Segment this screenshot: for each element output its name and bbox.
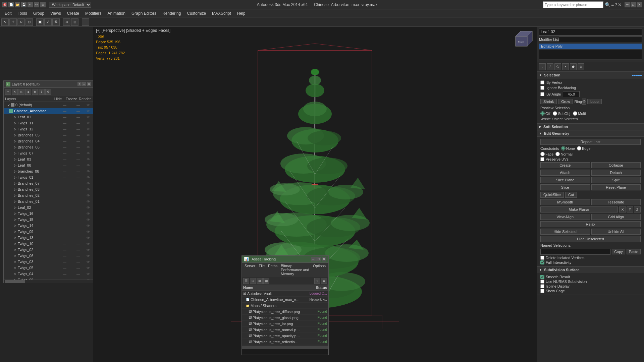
at-row-maps[interactable]: 📁 Maps / Shaders <box>242 303 328 309</box>
menu-customize[interactable]: Customize <box>184 10 209 16</box>
list-item[interactable]: Chinese_Arborvitae — — 👁 <box>4 108 93 114</box>
list-item[interactable]: ▷ Branches_02 ——👁 <box>4 192 93 198</box>
close-button[interactable]: ✕ <box>637 2 642 7</box>
list-item[interactable]: ▷ Leaf_03 ——👁 <box>4 156 93 162</box>
at-thumb-view[interactable]: ⊞ <box>257 278 263 284</box>
tessellate-button[interactable]: Tessellate <box>591 199 641 205</box>
menu-views[interactable]: Views <box>48 10 64 16</box>
list-item[interactable]: ▷ Branches_04 ——👁 <box>4 138 93 144</box>
view-align-button[interactable]: View Align <box>540 214 590 220</box>
search-options-icon[interactable]: ≡ <box>611 2 614 7</box>
msmooth-button[interactable]: MSmooth <box>540 199 590 205</box>
at-row-normal[interactable]: 🖼 Platycladus_tree_normal.png Found <box>242 327 328 333</box>
at-row-maxfile[interactable]: 📄 Chinese_Arborvitae_max_vray.max Networ… <box>242 297 328 303</box>
by-vertex-checkbox[interactable] <box>540 80 544 84</box>
tb-angle-snap[interactable]: ∠ <box>44 18 52 26</box>
at-menu-server[interactable]: Server <box>243 263 257 276</box>
toolbar-icon-new[interactable]: 📄 <box>8 2 14 7</box>
list-item[interactable]: ▷ Twigs_12 ——👁 <box>4 126 93 132</box>
list-item[interactable]: ▷ Leaf_08 ——👁 <box>4 162 93 168</box>
layer-current[interactable]: ★ <box>32 89 38 95</box>
grow-button[interactable]: Grow <box>558 99 573 104</box>
menu-create[interactable]: Create <box>64 10 82 16</box>
layer-dialog-question[interactable]: ? <box>77 82 82 86</box>
use-nurms-checkbox[interactable] <box>540 280 544 284</box>
object-name-input[interactable] <box>539 28 642 36</box>
tb-move[interactable]: ✛ <box>9 18 17 26</box>
list-item[interactable]: ▷ Twigs_15 ——👁 <box>4 217 93 223</box>
list-item[interactable]: ▷ Twigs_06 ——👁 <box>4 253 93 259</box>
vertex-mode-button[interactable]: ⬩ <box>539 63 546 70</box>
list-item[interactable]: ▷ Twigs_07 ——👁 <box>4 150 93 156</box>
slice-button[interactable]: Slice <box>540 184 590 190</box>
edit-geometry-header[interactable]: ▼ Edit Geometry <box>537 130 644 137</box>
smooth-result-checkbox[interactable] <box>540 275 544 279</box>
list-item[interactable]: ▷ Twigs_01 ——👁 <box>4 174 93 180</box>
at-row-opacity[interactable]: 🖼 Platycladus_tree_opacity.png Found <box>242 333 328 339</box>
menu-group[interactable]: Group <box>31 10 47 16</box>
tb-scale[interactable]: ⊡ <box>25 18 33 26</box>
toolbar-icon-redo[interactable]: ↪ <box>34 2 39 7</box>
at-menu-bitmap[interactable]: Bitmap Performance and Memory <box>279 263 311 276</box>
relax-button[interactable]: Relax <box>540 221 641 227</box>
at-row-vault[interactable]: 🏛 Autodesk Vault Logged O... <box>242 291 328 297</box>
by-angle-checkbox[interactable] <box>540 92 544 96</box>
create-button[interactable]: Create <box>540 162 590 168</box>
menu-animation[interactable]: Animation <box>105 10 128 16</box>
layer-merge[interactable]: ⇓ <box>39 89 45 95</box>
repeat-last-button[interactable]: Repeat Last <box>540 139 641 145</box>
list-item[interactable]: ▷ Twigs_16 ——👁 <box>4 210 93 217</box>
search-icon[interactable]: 🔍 <box>605 2 610 7</box>
list-item[interactable]: ▷ Branches_07 ——👁 <box>4 180 93 186</box>
tb-snap[interactable]: 🔲 <box>36 18 44 26</box>
at-menu-options[interactable]: Options <box>312 263 327 276</box>
loop-button[interactable]: Loop <box>587 99 601 104</box>
toolbar-icon-open[interactable]: 📂 <box>15 2 20 7</box>
quickslice-button[interactable]: QuickSlice <box>540 192 564 198</box>
menu-tools[interactable]: Tools <box>15 10 30 16</box>
list-item[interactable]: ▷ Leaf_01 — — 👁 <box>4 114 93 120</box>
minimize-button[interactable]: ─ <box>625 2 630 7</box>
element-mode-button[interactable]: ⬟ <box>570 63 577 70</box>
hide-selected-button[interactable]: Hide Selected <box>540 229 590 235</box>
by-angle-input[interactable] <box>563 91 580 97</box>
selection-section-header[interactable]: ▼ Selection ●●●●● <box>537 72 644 78</box>
list-item[interactable]: ▷ Twigs_11 — — 👁 <box>4 120 93 126</box>
face-radio[interactable] <box>540 152 545 156</box>
off-radio[interactable] <box>540 111 545 116</box>
list-item[interactable]: ▷ Twigs_14 ——👁 <box>4 223 93 229</box>
ring-up-arrow[interactable]: ▲ <box>582 99 586 102</box>
list-item[interactable]: ▷ Branches_01 ——👁 <box>4 198 93 204</box>
collapse-button[interactable]: Collapse <box>591 162 641 168</box>
hide-unselected-button[interactable]: Hide Unselected <box>540 236 641 242</box>
list-item[interactable]: ✓ 0 (default) — — 👁 <box>4 102 93 108</box>
x-axis-button[interactable]: X <box>619 206 626 213</box>
list-item[interactable]: ▷ Branches_05 ——👁 <box>4 132 93 138</box>
menu-help[interactable]: Help <box>234 10 248 16</box>
search-extra-icon[interactable]: ✕ <box>618 2 622 7</box>
workspace-selector[interactable]: Workspace: Default <box>49 2 91 8</box>
list-item[interactable]: ▷ Twigs_05 ——👁 <box>4 265 93 271</box>
at-help[interactable]: ? <box>314 278 320 284</box>
menu-graph-editors[interactable]: Graph Editors <box>129 10 159 16</box>
show-cage-checkbox[interactable] <box>540 289 544 293</box>
at-detail-view[interactable]: ⊟ <box>250 278 256 284</box>
list-item[interactable]: ▷ branches_08 ——👁 <box>4 168 93 174</box>
modifier-stack-item-editable-poly[interactable]: Editable Poly <box>539 44 642 49</box>
tb-select[interactable]: ↖ <box>1 18 9 26</box>
asset-tracking-path-input[interactable] <box>242 349 328 355</box>
menu-rendering[interactable]: Rendering <box>160 10 183 16</box>
tb-rotate[interactable]: ↻ <box>17 18 25 26</box>
polygon-mode-button[interactable]: ▪ <box>562 63 569 70</box>
z-axis-button[interactable]: Z <box>634 206 641 213</box>
tb-mirror[interactable]: ⇔ <box>63 18 70 26</box>
at-menu-paths[interactable]: Paths <box>267 263 279 276</box>
layer-new[interactable]: + <box>5 89 11 95</box>
y-axis-button[interactable]: Y <box>627 206 633 213</box>
layer-delete[interactable]: ✕ <box>12 89 18 95</box>
shrink-button[interactable]: Shrink <box>540 99 557 104</box>
list-item[interactable]: ▷ Twigs_13 ——👁 <box>4 235 93 241</box>
layer-scroll-thumb[interactable] <box>5 280 25 283</box>
subdivision-surface-header[interactable]: ▼ Subdivision Surface <box>537 266 644 273</box>
layer-select-obj[interactable]: ◈ <box>25 89 31 95</box>
